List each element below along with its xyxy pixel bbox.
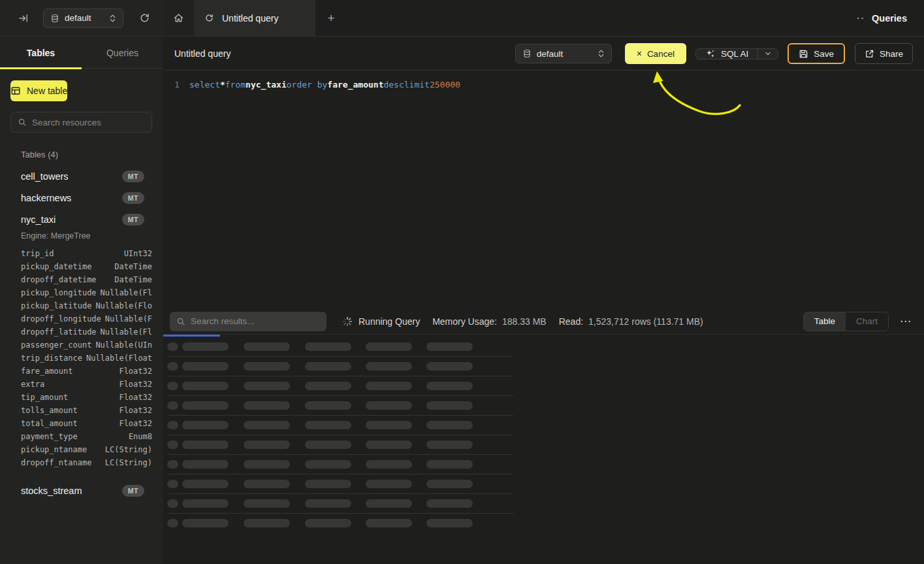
sql-keyword: select — [189, 79, 220, 91]
sidebar-search[interactable] — [10, 112, 152, 133]
sql-console-app: default — [0, 0, 924, 564]
skeleton-row — [167, 494, 513, 514]
skeleton-cell — [426, 382, 473, 390]
column-type: Nullable(F — [105, 312, 152, 325]
column-row: extra Float32 — [21, 378, 152, 391]
skeleton-cell — [305, 382, 351, 390]
results-search-input[interactable] — [191, 316, 320, 326]
skeleton-row — [167, 514, 513, 533]
sql-editor[interactable]: 1select * from nyc_taxi order by fare_am… — [163, 71, 924, 308]
skeleton-cell — [305, 440, 351, 449]
sidebar-tab-queries[interactable]: Queries — [82, 37, 163, 68]
search-icon — [18, 118, 27, 127]
results-search[interactable] — [170, 312, 327, 331]
column-row: tolls_amount Float32 — [21, 404, 152, 417]
cancel-button[interactable]: × Cancel — [625, 43, 686, 64]
loading-progress-bar — [163, 335, 220, 337]
new-tab-button[interactable]: + — [315, 0, 347, 36]
skeleton-cell — [182, 519, 229, 527]
column-type: Float32 — [119, 378, 152, 391]
save-button[interactable]: Save — [788, 43, 845, 64]
sql-ai-button[interactable]: SQL AI — [696, 49, 757, 59]
column-row: pickup_longitude Nullable(Fl — [21, 286, 152, 299]
skeleton-cell — [366, 382, 412, 390]
view-toggle-chart[interactable]: Chart — [846, 312, 888, 331]
home-button[interactable] — [163, 0, 194, 36]
column-type: Nullable(UIn — [95, 339, 152, 352]
skeleton-cell — [305, 401, 351, 410]
skeleton-cell — [426, 362, 473, 371]
database-icon — [522, 49, 532, 58]
refresh-button[interactable] — [136, 10, 153, 26]
column-row: pickup_datetime DateTime — [21, 260, 152, 273]
skeleton-cell — [182, 499, 229, 508]
sidebar-tab-tables[interactable]: Tables — [0, 37, 82, 68]
tab-title: Untitled query — [222, 13, 278, 24]
column-type: LC(String) — [105, 456, 152, 469]
engine-info: Engine: MergeTree — [0, 230, 163, 244]
table-name: stocks_stream — [21, 486, 82, 496]
column-row: pickup_ntaname LC(String) — [21, 443, 152, 456]
table-name: hackernews — [21, 193, 71, 203]
topbar-database-select[interactable]: default — [43, 8, 123, 28]
column-type: Float32 — [119, 417, 152, 430]
topbar-left: default — [0, 0, 163, 36]
sidebar: Tables Queries New table Tables (4) cell… — [0, 37, 163, 564]
sql-column-name: fare_amount — [327, 79, 383, 91]
share-button[interactable]: Share — [855, 43, 913, 64]
column-name: dropoff_latitude — [21, 325, 97, 339]
skeleton-cell — [305, 460, 351, 469]
skeleton-cell — [426, 460, 473, 469]
sql-ai-dropdown-button[interactable] — [757, 49, 778, 59]
skeleton-row — [167, 455, 513, 474]
updown-chevron-icon — [597, 49, 605, 58]
table-item-stocks-stream[interactable]: stocks_stream MT — [0, 480, 163, 501]
table-item-nyc-taxi[interactable]: nyc_taxi MT — [0, 208, 163, 230]
column-row: pickup_latitude Nullable(Flo — [21, 299, 152, 312]
skeleton-cell — [167, 519, 178, 527]
table-item-cell-towers[interactable]: cell_towers MT — [0, 165, 163, 187]
skeleton-cell — [244, 401, 290, 410]
column-name: trip_distance — [21, 352, 82, 365]
column-row: payment_type Enum8 — [21, 430, 152, 443]
skeleton-cell — [244, 519, 290, 527]
engine-badge: MT — [122, 192, 144, 204]
column-name: trip_id — [21, 247, 54, 260]
column-row: passenger_count Nullable(UIn — [21, 339, 152, 352]
column-row: dropoff_latitude Nullable(Fl — [21, 325, 152, 339]
new-table-button[interactable]: New table — [10, 80, 67, 101]
skeleton-cell — [426, 480, 473, 488]
status-text: Running Query — [358, 316, 420, 327]
sql-keyword: limit — [404, 79, 430, 91]
skeleton-cell — [167, 421, 178, 429]
queries-link[interactable]: ·· Queries — [857, 0, 924, 36]
skeleton-cell — [182, 401, 229, 410]
results-body — [163, 335, 924, 564]
table-name: cell_towers — [21, 171, 69, 182]
topbar: default — [0, 0, 924, 37]
query-status: Running Query — [342, 316, 420, 327]
column-type: Nullable(Flo — [95, 299, 152, 312]
sparkles-icon — [705, 49, 715, 59]
sql-keyword: from — [225, 79, 246, 91]
skeleton-cell — [244, 440, 290, 449]
column-type: Float32 — [119, 391, 152, 404]
tab-untitled-query[interactable]: Untitled query — [194, 0, 315, 36]
search-icon — [176, 317, 185, 326]
skeleton-cell — [305, 421, 351, 429]
column-name: tip_amount — [21, 391, 68, 404]
skeleton-cell — [244, 382, 290, 390]
results-more-button[interactable]: ⋯ — [897, 314, 914, 328]
sidebar-collapse-button[interactable] — [16, 10, 31, 26]
toolbar-database-select[interactable]: default — [515, 44, 612, 63]
save-icon — [799, 49, 808, 59]
skeleton-cell — [244, 342, 290, 351]
view-toggle-table[interactable]: Table — [804, 312, 846, 331]
skeleton-cell — [366, 480, 412, 488]
sql-keyword: order by — [287, 79, 328, 91]
table-item-hackernews[interactable]: hackernews MT — [0, 187, 163, 208]
skeleton-row — [167, 474, 513, 494]
column-name: payment_type — [21, 430, 78, 443]
sidebar-search-input[interactable] — [32, 118, 145, 127]
cancel-label: Cancel — [647, 49, 675, 59]
